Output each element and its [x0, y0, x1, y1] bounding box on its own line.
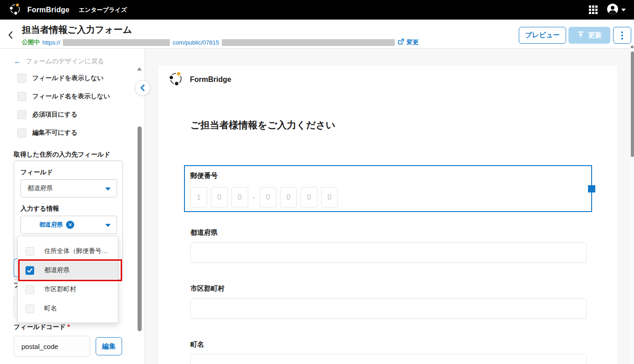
checkbox-checked[interactable]: [26, 266, 34, 275]
form-preview-area: FormBridge ご担当者様情報をご入力ください 郵便番号 1 0 0 - …: [145, 49, 634, 364]
app: FormBridge エンタープライズ 担当者: [0, 0, 634, 364]
form-preview-card: FormBridge ご担当者様情報をご入力ください 郵便番号 1 0 0 - …: [158, 66, 617, 364]
checkbox-unchecked[interactable]: [26, 304, 34, 313]
option-label: 都道府県: [44, 266, 70, 274]
form-url-mid[interactable]: com/public/07815: [173, 39, 219, 46]
scroll-up-icon[interactable]: [137, 67, 142, 71]
change-url-link[interactable]: 変更: [407, 38, 419, 46]
form-heading: ご担当者様情報をご入力ください: [190, 119, 335, 131]
prefecture-input[interactable]: [190, 243, 587, 263]
sidebar-scrollbar[interactable]: [138, 126, 142, 331]
topbar-actions: [589, 3, 626, 17]
chevron-down-icon: [105, 224, 111, 227]
back-button[interactable]: [7, 30, 15, 41]
city-input[interactable]: [190, 298, 587, 319]
update-button[interactable]: 更新: [568, 27, 610, 44]
redacted-url-segment: [222, 39, 395, 46]
checkbox-unchecked[interactable]: [17, 110, 26, 119]
town-input[interactable]: [190, 354, 587, 364]
remove-chip-icon[interactable]: ✕: [66, 221, 74, 229]
field-select-label: フィールド: [20, 168, 53, 177]
required-asterisk: *: [67, 323, 70, 330]
chip-label: 都道府県: [39, 221, 63, 229]
toggle-label: 必須項目にする: [32, 111, 77, 119]
page-title: 担当者情報ご入力フォーム: [22, 24, 132, 36]
checkbox-unchecked[interactable]: [26, 247, 34, 256]
publish-upload-icon: [577, 31, 584, 40]
formbridge-logo-icon: [8, 2, 22, 18]
postal-code-inputs: 1 0 0 - 0 0 0 0: [190, 187, 338, 207]
toggle-hide-field[interactable]: フィールドを表示しない: [17, 74, 104, 83]
resize-handle[interactable]: [588, 185, 595, 192]
form-url-prefix[interactable]: https://: [42, 39, 60, 46]
town-label: 町名: [190, 340, 204, 349]
apps-grid-icon[interactable]: [589, 5, 598, 14]
brand-plan: エンタープライズ: [79, 6, 127, 14]
form-header: 担当者情報ご入力フォーム 公開中 https:// com/public/078…: [0, 20, 634, 49]
checkbox-unchecked[interactable]: [17, 128, 26, 137]
brand-name: FormBridge: [27, 6, 70, 14]
info-select-label: 入力する情報: [20, 205, 59, 213]
field-code-value: postal_code: [21, 343, 58, 350]
option-full-address[interactable]: 住所全体（郵便番号…: [18, 242, 118, 261]
prefecture-label: 都道府県: [190, 228, 218, 237]
field-code-label-text: フィールドコード: [14, 323, 66, 330]
publish-status-row: 公開中 https:// com/public/07815 変更: [22, 38, 419, 46]
postal-digit-input[interactable]: 0: [231, 187, 248, 207]
arrow-left-icon: ←: [14, 57, 21, 66]
avatar: [607, 3, 619, 17]
status-badge: 公開中: [22, 38, 40, 46]
settings-sidebar: ← フォームのデザインに戻る フィールドを表示しない フィールド名を表示しない …: [0, 49, 145, 364]
page-scrollbar[interactable]: [631, 51, 634, 157]
back-to-design-link[interactable]: ← フォームのデザインに戻る: [14, 57, 104, 66]
field-select[interactable]: 都道府県: [20, 179, 117, 197]
postal-digit-input[interactable]: 0: [301, 187, 317, 207]
update-button-label: 更新: [588, 31, 602, 40]
city-label: 市区郡町村: [190, 284, 225, 293]
collapse-sidebar-button[interactable]: [135, 80, 150, 96]
checkbox-unchecked[interactable]: [26, 285, 34, 294]
postal-digit-input[interactable]: 1: [190, 187, 207, 207]
more-options-button[interactable]: [613, 27, 631, 44]
toggle-label: 編集不可にする: [32, 129, 77, 137]
back-to-design-label: フォームのデザインに戻る: [26, 57, 104, 66]
toggle-hide-field-name[interactable]: フィールド名を表示しない: [17, 92, 110, 101]
checkbox-unchecked[interactable]: [17, 92, 26, 101]
postal-digit-input[interactable]: 0: [211, 187, 228, 207]
info-options-dropdown: 住所全体（郵便番号… 都道府県 市区郡町村 町名: [17, 236, 118, 323]
field-select-value: 都道府県: [27, 184, 53, 192]
redacted-url-segment: [63, 39, 170, 46]
top-app-bar: FormBridge エンタープライズ: [0, 0, 634, 20]
form-brand-name: FormBridge: [190, 76, 231, 84]
option-label: 市区郡町村: [44, 285, 76, 293]
preview-button[interactable]: プレビュー: [519, 27, 566, 44]
brand: FormBridge エンタープライズ: [8, 2, 127, 18]
postal-digit-input[interactable]: 0: [321, 187, 338, 207]
checkbox-unchecked[interactable]: [17, 74, 26, 83]
postal-separator: -: [253, 193, 255, 201]
option-town[interactable]: 町名: [18, 299, 118, 318]
chevron-down-icon: [621, 9, 626, 11]
scroll-up-icon[interactable]: [630, 45, 634, 48]
info-multiselect[interactable]: 都道府県 ✕: [20, 216, 117, 234]
option-city[interactable]: 市区郡町村: [18, 280, 118, 299]
field-code-label: フィールドコード*: [14, 323, 70, 331]
form-brand: FormBridge: [168, 71, 231, 89]
option-prefecture[interactable]: 都道府県: [18, 261, 118, 280]
toggle-readonly[interactable]: 編集不可にする: [17, 128, 77, 137]
external-link-icon[interactable]: [398, 39, 404, 46]
selected-info-chip: 都道府県 ✕: [39, 221, 74, 229]
field-code-input[interactable]: postal_code: [14, 336, 90, 357]
user-menu[interactable]: [607, 3, 626, 17]
postal-digit-input[interactable]: 0: [280, 187, 297, 207]
edit-field-code-button[interactable]: 編集: [96, 337, 122, 355]
toggle-label: フィールド名を表示しない: [32, 92, 110, 101]
option-label: 住所全体（郵便番号…: [44, 247, 108, 255]
address-target-section-title: 取得した住所の入力先フィールド: [14, 151, 110, 159]
formbridge-logo-icon: [168, 71, 184, 89]
postal-code-label: 郵便番号: [190, 172, 218, 180]
chevron-down-icon: [105, 187, 111, 191]
toggle-label: フィールドを表示しない: [32, 74, 104, 82]
toggle-required[interactable]: 必須項目にする: [17, 110, 77, 119]
postal-digit-input[interactable]: 0: [260, 187, 276, 207]
